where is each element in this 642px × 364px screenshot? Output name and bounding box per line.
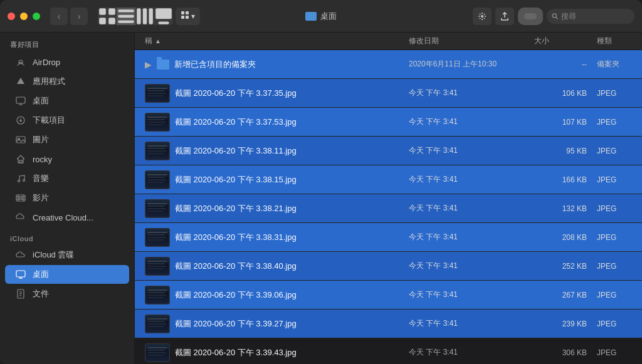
file-type: JPEG — [592, 262, 642, 271]
col-header-kind[interactable]: 種類 — [592, 36, 642, 46]
share-icon — [500, 12, 509, 21]
search-icon — [552, 13, 559, 20]
file-name-cell: 截圖 2020-06-20 下午 3.38.11.jpg — [140, 142, 404, 160]
movies-label: 影片 — [33, 192, 49, 204]
columns-icon — [135, 8, 154, 25]
file-thumbnail — [145, 257, 170, 276]
svg-rect-24 — [16, 137, 25, 143]
desktop-label: 桌面 — [33, 95, 49, 107]
tag-button[interactable] — [518, 8, 543, 25]
file-size: 252 KB — [529, 262, 592, 271]
file-type: JPEG — [592, 204, 642, 213]
sidebar-item-airdrop[interactable]: AirDrop — [5, 53, 129, 71]
file-size: 106 KB — [529, 89, 592, 98]
nav-forward-button[interactable]: › — [70, 8, 88, 25]
icloud-desktop-label: 桌面 — [33, 269, 49, 280]
window-title-area: 桌面 — [305, 11, 337, 22]
file-name-cell: 截圖 2020-06-20 下午 3.38.15.jpg — [140, 170, 404, 189]
folder-title-icon — [305, 12, 317, 21]
table-row[interactable]: 截圖 2020-06-20 下午 3.39.06.jpg 今天 下午 3:41 … — [135, 281, 642, 309]
table-row[interactable]: 截圖 2020-06-20 下午 3.38.40.jpg 今天 下午 3:41 … — [135, 252, 642, 281]
table-row[interactable]: 截圖 2020-06-20 下午 3.39.27.jpg 今天 下午 3:41 … — [135, 309, 642, 338]
file-thumbnail — [145, 228, 170, 247]
file-thumbnail — [145, 199, 170, 218]
share-button[interactable] — [495, 8, 514, 25]
file-date: 今天 下午 3:41 — [404, 289, 529, 300]
svg-rect-15 — [186, 16, 189, 19]
file-date: 今天 下午 3:41 — [404, 174, 529, 185]
music-icon — [15, 173, 26, 184]
table-row[interactable]: 截圖 2020-06-20 下午 3.38.31.jpg 今天 下午 3:41 … — [135, 223, 642, 252]
file-name-text: 截圖 2020-06-20 下午 3.38.15.jpg — [175, 174, 297, 185]
maximize-button[interactable] — [33, 13, 40, 20]
file-name-cell: 截圖 2020-06-20 下午 3.38.40.jpg — [140, 257, 404, 276]
view-list-button[interactable] — [117, 8, 135, 25]
file-date: 今天 下午 3:41 — [404, 88, 529, 98]
sidebar-item-pictures[interactable]: 圖片 — [5, 130, 129, 149]
table-row[interactable]: 截圖 2020-06-20 下午 3.37.53.jpg 今天 下午 3:41 … — [135, 108, 642, 137]
sidebar-item-movies[interactable]: 影片 — [5, 189, 129, 207]
file-date: 今天 下午 3:41 — [404, 203, 529, 214]
col-header-name[interactable]: 稱 ▲ — [140, 36, 404, 46]
file-size: 132 KB — [529, 204, 592, 213]
svg-rect-12 — [181, 11, 184, 14]
file-date: 今天 下午 3:41 — [404, 145, 529, 156]
sidebar-item-icloud-desktop[interactable]: 桌面 — [5, 265, 129, 284]
icloud-drive-label: iCloud 雲碟 — [33, 249, 74, 261]
settings-button[interactable] — [473, 8, 492, 25]
file-name-text: 截圖 2020-06-20 下午 3.39.27.jpg — [175, 318, 297, 330]
cover-icon — [154, 8, 173, 25]
table-row[interactable]: 截圖 2020-06-20 下午 3.39.43.jpg 今天 下午 3:41 … — [135, 338, 642, 364]
svg-rect-26 — [19, 160, 22, 163]
file-size: 239 KB — [529, 320, 592, 328]
movies-icon — [15, 192, 26, 204]
search-input[interactable] — [561, 12, 629, 21]
sidebar-item-icloud-drive[interactable]: iCloud 雲碟 — [5, 246, 129, 264]
file-thumbnail — [145, 315, 170, 333]
sidebar: 喜好項目 AirDrop 應用程式 — [0, 33, 135, 364]
view-cover-button[interactable] — [154, 8, 173, 25]
close-button[interactable] — [8, 13, 15, 20]
col-header-size[interactable]: 大小 — [529, 36, 592, 46]
minimize-button[interactable] — [20, 13, 28, 20]
sort-arrow-icon: ▲ — [155, 38, 161, 44]
nav-back-button[interactable]: ‹ — [50, 8, 68, 25]
table-row[interactable]: 截圖 2020-06-20 下午 3.38.11.jpg 今天 下午 3:41 … — [135, 137, 642, 165]
sidebar-item-rocky[interactable]: rocky — [5, 150, 129, 169]
expand-arrow-icon: ▶ — [145, 60, 152, 70]
file-date: 2020年6月11日 上午10:30 — [404, 59, 529, 70]
sidebar-item-desktop[interactable]: 桌面 — [5, 91, 129, 110]
svg-rect-9 — [149, 8, 152, 24]
sidebar-item-music[interactable]: 音樂 — [5, 169, 129, 188]
view-options-button[interactable]: ▾ — [176, 8, 200, 25]
svg-rect-13 — [186, 11, 189, 14]
table-row[interactable]: 截圖 2020-06-20 下午 3.38.21.jpg 今天 下午 3:41 … — [135, 194, 642, 223]
file-name-cell: 截圖 2020-06-20 下午 3.39.27.jpg — [140, 315, 404, 333]
icloud-desktop-icon — [15, 269, 26, 280]
file-name-text: 截圖 2020-06-20 下午 3.37.35.jpg — [175, 88, 297, 99]
icloud-drive-icon — [15, 249, 26, 261]
svg-rect-0 — [99, 8, 106, 15]
view-toggle-group — [98, 8, 173, 25]
file-name-cell: 截圖 2020-06-20 下午 3.39.06.jpg — [140, 286, 404, 304]
sidebar-item-applications[interactable]: 應用程式 — [5, 72, 129, 91]
sidebar-item-downloads[interactable]: 下載項目 — [5, 111, 129, 130]
file-thumbnail — [145, 286, 170, 304]
table-row[interactable]: 截圖 2020-06-20 下午 3.38.15.jpg 今天 下午 3:41 … — [135, 165, 642, 194]
sidebar-item-creative-cloud[interactable]: Creative Cloud... — [5, 208, 129, 227]
file-date: 今天 下午 3:41 — [404, 232, 529, 242]
table-row[interactable]: 截圖 2020-06-20 下午 3.37.35.jpg 今天 下午 3:41 … — [135, 79, 642, 108]
main-layout: 喜好項目 AirDrop 應用程式 — [0, 33, 642, 364]
view-columns-button[interactable] — [135, 8, 154, 25]
file-date: 今天 下午 3:41 — [404, 347, 529, 358]
table-row[interactable]: ▶ 新增已含項目的備案夾 2020年6月11日 上午10:30 -- 備案夾 — [135, 50, 642, 79]
view-grid-button[interactable] — [98, 8, 117, 25]
pictures-icon — [15, 134, 26, 145]
file-size: 107 KB — [529, 118, 592, 127]
pictures-label: 圖片 — [33, 134, 49, 145]
col-header-date[interactable]: 修改日期 — [404, 36, 529, 46]
svg-point-30 — [19, 197, 22, 199]
nav-buttons: ‹ › — [50, 8, 88, 25]
sidebar-item-icloud-docs[interactable]: 文件 — [5, 284, 129, 303]
downloads-icon — [15, 115, 26, 126]
